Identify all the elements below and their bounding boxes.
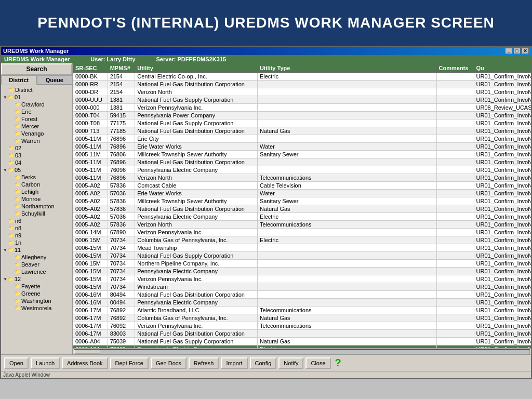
config-button[interactable]: Config [250, 357, 277, 369]
tree-item-forest[interactable]: 📁Forest [2, 115, 71, 123]
tree-item-northampton[interactable]: 📁Northampton [2, 203, 71, 210]
tree-item-11[interactable]: ▼📁11 [2, 246, 71, 254]
table-row[interactable]: 0005-A0257036Erie Water WorksWaterUR01_C… [73, 190, 531, 197]
table-container[interactable]: SR-SEC MPMS# Utility Utility Type Commen… [73, 63, 531, 348]
table-row[interactable]: 0000-RR2154National Fuel Gas Distributio… [73, 81, 531, 88]
table-row[interactable]: 0000 T1377185National Fuel Gas Distribut… [73, 127, 531, 135]
expand-icon[interactable]: ▼ [3, 95, 7, 100]
table-row[interactable]: 0005 11M76806Millcreek Township Sewer Au… [73, 151, 531, 158]
tree-item-12[interactable]: ▼📁12 [2, 275, 71, 283]
horizontal-scrollbar[interactable] [73, 348, 531, 354]
tab-queue[interactable]: Queue [37, 75, 73, 85]
table-row[interactable]: 0000-DR2154Verizon NorthUR01_Confirm_Inv… [73, 88, 531, 96]
table-row[interactable]: 0006-15M70734National Fuel Gas Supply Co… [73, 252, 531, 260]
tab-district[interactable]: District [1, 75, 37, 85]
launch-button[interactable]: Launch [31, 357, 60, 369]
table-row[interactable]: 0006-15M70734Mead TownshipUR01_Confirm_I… [73, 244, 531, 252]
tree-item-carbon[interactable]: 📁Carbon [2, 181, 71, 188]
search-button[interactable]: Search [1, 63, 72, 75]
table-row[interactable]: 0005-A0257836National Fuel Gas Distribut… [73, 205, 531, 213]
tree-item-greene[interactable]: 📁Greene [2, 290, 71, 297]
table-row[interactable]: 0000-BK2154Central Electric Co-op., Inc.… [73, 73, 531, 81]
tree-item-mercer[interactable]: 📁Mercer [2, 123, 71, 130]
table-row[interactable]: 0006-16M00494Pennsylvania Electric Compa… [73, 299, 531, 307]
table-cell: 0006-15M [73, 275, 108, 283]
tree-item-monroe[interactable]: 📁Monroe [2, 195, 71, 203]
tree-item-lehigh[interactable]: 📁Lehigh [2, 188, 71, 195]
tree-item-fayette[interactable]: 📁Fayette [2, 283, 71, 290]
tree-item-allegheny[interactable]: 📁Allegheny [2, 254, 71, 261]
tree-item-n6[interactable]: 📁n6 [2, 217, 71, 224]
table-cell: UR01_Confirm_InvoN [474, 244, 531, 252]
table-row[interactable]: 0006-17M83003National Fuel Gas Distribut… [73, 330, 531, 338]
tree-item-01[interactable]: ▼📁01 [2, 94, 71, 101]
tree-item-n8[interactable]: 📁n8 [2, 224, 71, 232]
table-cell [257, 275, 436, 283]
tree-item-schuylkill[interactable]: 📁Schuylkill [2, 210, 71, 217]
help-icon[interactable]: ? [335, 357, 341, 369]
tree-item-05[interactable]: ▼📁05 [2, 166, 71, 174]
status-bar: Java Applet Window [1, 371, 531, 378]
tree-item-berks[interactable]: 📁Berks [2, 174, 71, 181]
window-controls[interactable]: _ □ ✕ [505, 48, 529, 54]
table-row[interactable]: 0006-16M80494National Fuel Gas Distribut… [73, 291, 531, 299]
table-cell: Northern Pipeline Company, Inc. [135, 260, 258, 268]
table-row[interactable]: 0006-15M70734Verizon Pennsylvania Inc.UR… [73, 275, 531, 283]
table-row[interactable]: 0006-14M67890Verizon Pennsylvania Inc.UR… [73, 229, 531, 236]
tree-item-district[interactable]: 📁District [2, 86, 71, 94]
expand-icon[interactable]: ▼ [3, 277, 7, 282]
table-row[interactable]: 0006 15M70734Columbia Gas of Pennsylvani… [73, 236, 531, 244]
tree-item-03[interactable]: 📁03 [2, 152, 71, 159]
import-button[interactable]: Import [221, 357, 247, 369]
table-row[interactable]: 0006-A0475039National Fuel Gas Supply Co… [73, 338, 531, 345]
table-row[interactable]: 0000-UUU1381National Fuel Gas Supply Cor… [73, 96, 531, 104]
table-row[interactable]: 0000-T0877175National Fuel Gas Supply Co… [73, 119, 531, 127]
table-row[interactable]: 0006-17M76092Verizon Pennsylvania Inc.Te… [73, 322, 531, 330]
notify-button[interactable]: Notify [278, 357, 303, 369]
table-row[interactable]: 0005-11M76896Erie CityUR01_Confirm_InvoN [73, 135, 531, 143]
tree-item-washington[interactable]: 📁Washington [2, 297, 71, 304]
maximize-button[interactable]: □ [513, 48, 521, 54]
table-row[interactable]: 0006-17M76892Columbia Gas of Pennsylvani… [73, 314, 531, 322]
expand-icon[interactable]: ▼ [3, 168, 7, 172]
tree-item-04[interactable]: 📁04 [2, 159, 71, 166]
tree-item-crawford[interactable]: 📁Crawford [2, 101, 71, 108]
table-cell: 0006-A04 [73, 338, 108, 345]
tree-item-1n[interactable]: 📁1n [2, 239, 71, 246]
refresh-button[interactable]: Refresh [189, 357, 219, 369]
table-row[interactable]: 0006-11M76896Verizon NorthTelecommunicat… [73, 174, 531, 182]
tree-item-02[interactable]: 📁02 [2, 144, 71, 152]
table-row[interactable]: 0005-A0257836Verizon NorthTelecommunicat… [73, 221, 531, 229]
minimize-button[interactable]: _ [505, 48, 512, 54]
table-row[interactable]: 0005-A0257836Comcast CableCable Televisi… [73, 182, 531, 190]
tree-item-beaver[interactable]: 📁Beaver [2, 261, 71, 268]
tree-item-westmorela[interactable]: 📁Westmorela [2, 304, 71, 312]
tree-item-warren[interactable]: 📁Warren [2, 137, 71, 144]
table-row[interactable]: 0006 15M70734Northern Pipeline Company, … [73, 260, 531, 268]
address-book-button[interactable]: Address Book [62, 357, 108, 369]
expand-icon[interactable]: ▼ [3, 248, 7, 252]
table-row[interactable]: 0005-11M76896National Fuel Gas Distribut… [73, 158, 531, 166]
table-cell: National Fuel Gas Distribution Corporati… [135, 291, 258, 299]
close-button[interactable]: ✕ [522, 48, 529, 54]
tree-item-venango[interactable]: 📁Venango [2, 130, 71, 137]
table-row[interactable]: 0000-0001381Verizon Pennsylvania Inc.UR0… [73, 104, 531, 112]
table-row[interactable]: 0006-15M70734Pennsylvania Electric Compa… [73, 268, 531, 275]
tree-item-erie[interactable]: 📁Erie [2, 108, 71, 115]
open-button[interactable]: Open [4, 357, 29, 369]
col-comments: Comments [436, 64, 474, 73]
gen-docs-button[interactable]: Gen Docs [151, 357, 187, 369]
table-row[interactable]: 0005-A0257036Pennsylvania Electric Compa… [73, 213, 531, 221]
table-row[interactable]: 0000-T0459415Pennsylvania Power CompanyU… [73, 112, 531, 119]
table-row[interactable]: 0005-A0257836Millcreek Township Sewer Au… [73, 197, 531, 205]
table-cell: Verizon Pennsylvania Inc. [135, 275, 258, 283]
dept-force-button[interactable]: Dept Force [110, 357, 149, 369]
table-row[interactable]: 0005-11M76096Pennsylvania Electric Compa… [73, 166, 531, 174]
tree-item-lawrence[interactable]: 📁Lawrence [2, 268, 71, 275]
close-button[interactable]: Close [305, 357, 330, 369]
table-cell [436, 73, 474, 81]
tree-item-n9[interactable]: 📁n9 [2, 232, 71, 239]
table-row[interactable]: 0006-17M76892Atlantic Broadband, LLCTele… [73, 307, 531, 314]
table-row[interactable]: 0005-11M76896Erie Water WorksWaterUR01_C… [73, 143, 531, 151]
table-row[interactable]: 0006-15M70734WindstreamUR01_Confirm_Invo… [73, 283, 531, 291]
